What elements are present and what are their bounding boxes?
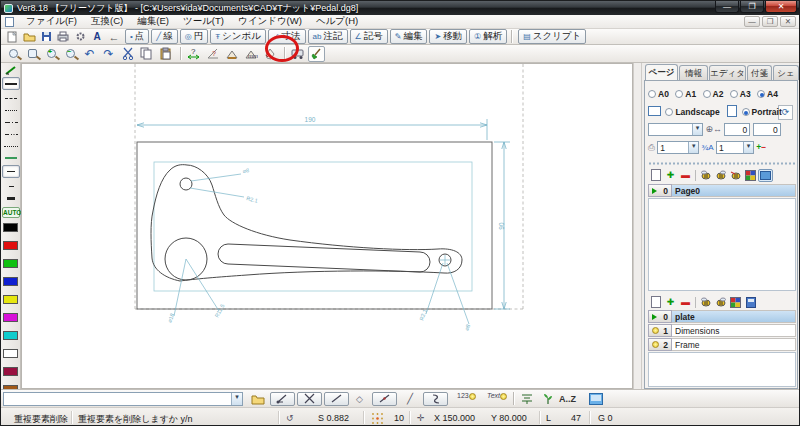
- align-icon[interactable]: [520, 393, 534, 407]
- drawing-canvas[interactable]: 190 90 ⌀8 R2.1 ⌀18 R11.5 R2.1 ⌀8: [21, 63, 633, 389]
- layer-row-dimensions[interactable]: 1 Dimensions: [648, 324, 796, 337]
- layer-book-icon[interactable]: [743, 296, 758, 309]
- mdi-restore-button[interactable]: ❐: [762, 16, 778, 27]
- menu-help[interactable]: ヘルプ(H): [309, 14, 365, 29]
- page-row[interactable]: 0 Page0: [648, 184, 796, 197]
- linewidth-thin-button[interactable]: [2, 181, 20, 191]
- offset-y-input[interactable]: 0: [753, 123, 781, 136]
- paper-a4-radio[interactable]: A4: [757, 89, 778, 99]
- remove-page-icon[interactable]: ▬: [678, 169, 693, 182]
- snap-online-button[interactable]: [324, 392, 349, 406]
- font-icon[interactable]: A: [89, 30, 105, 44]
- linestyle-dashdot-button[interactable]: [2, 117, 20, 127]
- linestyle-dotted-button[interactable]: [2, 105, 20, 115]
- tool-symbol-button[interactable]: Ŧ シンボル: [210, 29, 266, 44]
- portrait-radio[interactable]: Portrait: [740, 107, 782, 117]
- move-page-bee-icon[interactable]: [713, 169, 728, 182]
- text-toggle-icon[interactable]: Text: [487, 392, 507, 402]
- copy-icon[interactable]: [138, 46, 155, 62]
- mdi-close-button[interactable]: ✕: [780, 16, 796, 27]
- tool-analysis-button[interactable]: ① 解析: [469, 29, 507, 44]
- measure-area-icon[interactable]: mm: [242, 46, 259, 62]
- new-page-icon[interactable]: [648, 169, 663, 182]
- color-swatch-maroon[interactable]: [3, 367, 18, 376]
- color-swatch-green[interactable]: [3, 259, 18, 268]
- color-swatch-magenta[interactable]: [3, 313, 18, 322]
- measure-distance-icon[interactable]: [223, 46, 240, 62]
- linestyle-aux-button[interactable]: [2, 153, 20, 163]
- snap-center-icon[interactable]: ◇: [356, 394, 363, 404]
- settings-icon[interactable]: [72, 30, 88, 44]
- tool-sign-button[interactable]: ∠ 記号: [350, 29, 388, 44]
- open-folder-icon[interactable]: [21, 30, 37, 44]
- back-arrow-icon[interactable]: ←: [106, 30, 122, 44]
- merge-page-bee-icon[interactable]: [728, 169, 743, 182]
- layer-row-plate[interactable]: 0 plate: [648, 310, 796, 323]
- command-combobox[interactable]: ▾: [3, 392, 243, 406]
- tool-point-button[interactable]: • 点: [125, 29, 149, 44]
- cut-icon[interactable]: [119, 46, 136, 62]
- tab-page[interactable]: ページ: [645, 64, 678, 80]
- paper-a2-radio[interactable]: A2: [703, 89, 724, 99]
- select-page-mode-icon[interactable]: [758, 169, 773, 182]
- layer-visible-icon[interactable]: [652, 327, 659, 334]
- color-swatch-blue[interactable]: [3, 277, 18, 286]
- linestyle-finedot-button[interactable]: [2, 141, 20, 151]
- palette-grid-icon[interactable]: [743, 169, 758, 182]
- layer-row-frame[interactable]: 2 Frame: [648, 338, 796, 351]
- menu-tool[interactable]: ツール(T): [176, 14, 231, 29]
- history-folder-icon[interactable]: [251, 393, 265, 407]
- linewidth-medium-button[interactable]: [2, 165, 20, 178]
- color-swatch-black[interactable]: [3, 223, 18, 232]
- tool-script-button[interactable]: ▤ スクリプト: [518, 29, 586, 44]
- tab-editor[interactable]: エディタ: [709, 65, 746, 80]
- combobox-dropdown-icon[interactable]: ▾: [231, 393, 242, 405]
- snap-grid-button[interactable]: [423, 392, 448, 406]
- copy-page-bee-icon[interactable]: [698, 169, 713, 182]
- snap-endpoint-button[interactable]: [270, 392, 295, 406]
- sprout-icon[interactable]: [542, 393, 554, 407]
- color-swatch-red[interactable]: [3, 241, 18, 250]
- paper-a3-radio[interactable]: A3: [730, 89, 751, 99]
- layer-visible-icon[interactable]: [652, 341, 659, 348]
- tool-move-button[interactable]: ➤ 移動: [429, 29, 467, 44]
- minimize-button[interactable]: —: [715, 1, 739, 13]
- layer-name-cell[interactable]: Frame: [672, 338, 796, 351]
- menu-window[interactable]: ウインドウ(W): [231, 14, 309, 29]
- auto-width-button[interactable]: AUTO: [2, 207, 20, 218]
- canvas-vertical-scrollbar[interactable]: [633, 63, 641, 389]
- zoom-region-icon[interactable]: [5, 46, 22, 62]
- layer-list-area[interactable]: [648, 352, 796, 387]
- layer-palette-grid-icon[interactable]: [728, 296, 743, 309]
- move-layer-bee-icon[interactable]: [713, 296, 728, 309]
- remove-layer-icon[interactable]: ▬: [678, 296, 693, 309]
- snap-free-icon[interactable]: ╱: [407, 393, 413, 404]
- menu-file[interactable]: ファイル(F): [19, 14, 84, 29]
- measure-angle-icon[interactable]: ?: [204, 46, 221, 62]
- offset-x-input[interactable]: 0: [724, 123, 750, 136]
- paper-a1-radio[interactable]: A1: [675, 89, 696, 99]
- tool-edit-button[interactable]: ✎ 編集: [390, 29, 428, 44]
- grid-dots-icon[interactable]: [371, 412, 384, 426]
- add-layer-icon[interactable]: ✚: [663, 296, 678, 309]
- zoom-fit-icon[interactable]: [24, 46, 41, 62]
- color-swatch-cyan[interactable]: [3, 331, 18, 340]
- page-num-cell[interactable]: 0: [648, 184, 672, 197]
- new-layer-icon[interactable]: [648, 296, 663, 309]
- scale-b-select[interactable]: 1: [716, 141, 754, 154]
- tab-info[interactable]: 情報: [679, 65, 708, 80]
- mdi-minimize-button[interactable]: —: [744, 16, 760, 27]
- linestyle-dashdotdot-button[interactable]: [2, 129, 20, 139]
- az-sort-button[interactable]: A..Z: [559, 394, 576, 404]
- paper-preset-select[interactable]: [648, 123, 703, 136]
- zoom-in-icon[interactable]: +: [43, 46, 60, 62]
- plus-minus-icon[interactable]: +−: [756, 142, 766, 152]
- linewidth-thick-button[interactable]: [2, 193, 20, 203]
- tool-note-button[interactable]: ab 注記: [308, 29, 348, 44]
- tab-shell[interactable]: シェル: [773, 65, 799, 80]
- page-list-area[interactable]: [648, 198, 796, 291]
- restore-button[interactable]: ❐: [740, 1, 764, 13]
- tool-circle-button[interactable]: ◎ 円: [180, 29, 208, 44]
- tab-memo[interactable]: 付箋: [747, 65, 772, 80]
- snap-perpendicular-button[interactable]: [372, 392, 397, 406]
